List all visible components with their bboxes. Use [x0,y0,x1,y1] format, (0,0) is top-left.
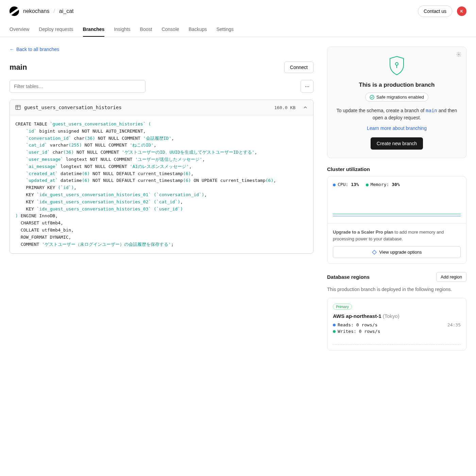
tabs: Overview Deploy requests Branches Insigh… [0,22,476,37]
region-chart [333,337,461,345]
safe-migrations-badge: Safe migrations enabled [365,92,428,102]
check-circle-icon [370,95,374,100]
cpu-dot-icon [333,184,336,186]
create-branch-button[interactable]: Create new branch [371,137,423,150]
more-actions-button[interactable]: ⋯ [301,80,313,93]
avatar[interactable]: K [457,6,466,16]
region-card: Primary AWS ap-northeast-1 (Tokyo) Reads… [327,298,466,351]
upgrade-text: Upgrade to a Scaler Pro plan to add more… [333,229,461,242]
tab-insights[interactable]: Insights [114,22,130,37]
tab-boost[interactable]: Boost [140,22,152,37]
more-horizontal-icon: ⋯ [305,84,309,89]
tab-settings[interactable]: Settings [216,22,234,37]
logo[interactable] [10,6,19,16]
cluster-chart [333,194,461,218]
contact-button[interactable]: Contact us [418,5,452,17]
writes-stat: Writes: 0 rows/s [333,329,461,334]
chevron-up-icon [303,105,308,110]
back-link-label: Back to all branches [16,47,59,52]
arrow-left-icon: ← [10,47,14,52]
reads-dot-icon [333,324,336,326]
gear-icon[interactable] [456,52,461,58]
shield-icon [387,55,406,76]
tab-backups[interactable]: Backups [189,22,207,37]
cluster-title: Cluster utilization [327,166,466,172]
memory-dot-icon [366,184,369,186]
production-title: This is a production branch [336,82,458,88]
cluster-panel: CPU: 13% Memory: 30% Upgrade to a Scaler… [327,176,466,264]
svg-rect-0 [16,105,20,109]
org-name[interactable]: nekochans [23,8,49,14]
tab-branches[interactable]: Branches [83,22,105,37]
learn-branching-link[interactable]: Learn more about branching [367,125,427,131]
table-name: guest_users_conversation_histories [24,105,122,110]
project-name[interactable]: ai_cat [59,8,74,14]
primary-pill: Primary [333,304,352,310]
svg-point-4 [395,63,398,65]
writes-dot-icon [333,330,336,333]
breadcrumb: nekochans / ai_cat [23,8,74,14]
cluster-legend: CPU: 13% Memory: 30% [333,182,461,187]
region-name: AWS ap-northeast-1 (Tokyo) [333,313,461,319]
tab-console[interactable]: Console [162,22,179,37]
add-region-button[interactable]: Add region [436,272,466,282]
reads-stat: Reads: 0 rows/s 24:35 [333,322,461,327]
diamond-icon [372,250,377,255]
branch-title: main [10,63,27,72]
region-time: 24:35 [447,322,461,327]
filter-tables-input[interactable] [10,80,146,93]
production-panel: This is a production branch Safe migrati… [327,47,466,158]
table-header[interactable]: guest_users_conversation_histories 160.0… [10,100,313,115]
regions-desc: This production branch is deployed in th… [327,286,466,293]
connect-button[interactable]: Connect [284,62,313,73]
tab-overview[interactable]: Overview [10,22,29,37]
production-text: To update the schema, create a branch of… [336,107,458,121]
breadcrumb-sep: / [53,8,55,14]
table-icon [15,105,21,110]
view-upgrade-button[interactable]: View upgrade options [333,246,461,258]
tab-deploy-requests[interactable]: Deploy requests [39,22,73,37]
svg-point-3 [458,54,459,55]
regions-title: Database regions [327,274,370,280]
badge-label: Safe migrations enabled [376,95,424,100]
back-link[interactable]: ← Back to all branches [10,47,59,52]
table-size: 160.0 KB [274,105,295,110]
schema-code: CREATE TABLE `guest_users_conversation_h… [10,115,313,253]
